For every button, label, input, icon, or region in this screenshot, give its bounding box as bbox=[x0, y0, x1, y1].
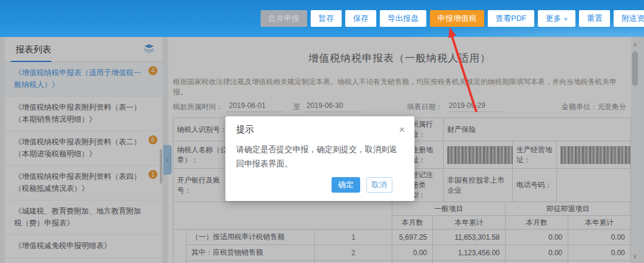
dialog-footer: 确定 取消 bbox=[332, 177, 392, 193]
temp-save-button[interactable]: 暂存 bbox=[311, 10, 342, 27]
dialog-header: 提示 × bbox=[225, 116, 414, 135]
toolbar: 合并申报 暂存 保存 导出报盘 申报增值税 查看PDF 更多 ∨ 重置 附送资料 bbox=[261, 10, 644, 27]
view-pdf-button[interactable]: 查看PDF bbox=[488, 10, 534, 27]
reset-button[interactable]: 重置 bbox=[579, 10, 610, 27]
save-button[interactable]: 保存 bbox=[345, 10, 376, 27]
export-disk-button[interactable]: 导出报盘 bbox=[380, 10, 426, 27]
declare-vat-button[interactable]: 申报增值税 bbox=[430, 10, 484, 27]
merge-declare-button[interactable]: 合并申报 bbox=[261, 10, 307, 27]
top-bar: 合并申报 暂存 保存 导出报盘 申报增值税 查看PDF 更多 ∨ 重置 附送资料 bbox=[0, 0, 644, 37]
dialog-title: 提示 bbox=[236, 124, 254, 135]
chevron-down-icon: ∨ bbox=[564, 16, 568, 21]
confirm-submit-dialog: 提示 × 请确定是否提交申报，确定则提交，取消则返回申报表界面。 确定 取消 bbox=[225, 116, 414, 201]
more-button-label: 更多 bbox=[546, 13, 561, 24]
confirm-button[interactable]: 确定 bbox=[332, 177, 360, 193]
more-button[interactable]: 更多 ∨ bbox=[538, 10, 575, 27]
close-icon[interactable]: × bbox=[399, 125, 405, 135]
dialog-message: 请确定是否提交申报，确定则提交，取消则返回申报表界面。 bbox=[225, 135, 414, 171]
attach-material-button[interactable]: 附送资料 bbox=[614, 10, 644, 27]
cancel-button[interactable]: 取消 bbox=[366, 177, 392, 193]
